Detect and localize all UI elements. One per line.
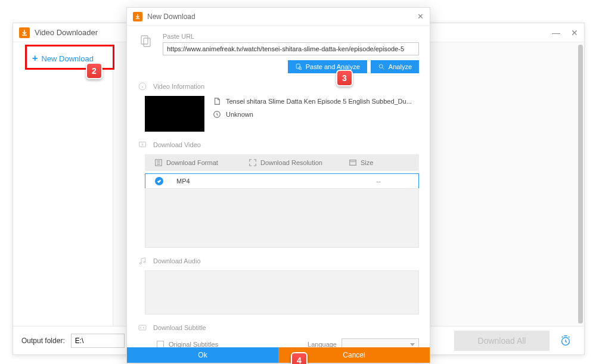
video-info-header: Video Information <box>138 82 419 91</box>
download-format-row[interactable]: MP4 -- <box>145 173 419 189</box>
magnify-icon <box>378 63 385 70</box>
download-video-header: Download Video <box>138 140 419 150</box>
original-subtitles-checkbox[interactable] <box>157 341 164 347</box>
plus-icon: + <box>32 53 38 64</box>
svg-point-5 <box>379 64 383 68</box>
video-duration-line: Unknown <box>213 110 419 119</box>
dialog-footer: Ok Cancel <box>127 347 430 363</box>
new-download-label: New Download <box>41 54 93 63</box>
info-icon <box>138 82 147 91</box>
video-title: Tensei shitara Slime Datta Ken Episode 5… <box>226 98 412 105</box>
size-icon <box>349 158 357 167</box>
annotation-badge-2: 2 <box>86 63 103 79</box>
check-icon <box>155 177 163 185</box>
ok-button[interactable]: Ok <box>127 347 278 363</box>
video-duration: Unknown <box>226 111 253 118</box>
size-value: -- <box>348 178 409 185</box>
music-note-icon <box>138 256 147 266</box>
original-subtitles-label: Original Subtitles <box>169 341 218 347</box>
resolution-icon <box>249 158 257 167</box>
document-icon <box>213 97 221 105</box>
language-label: Language <box>308 341 337 347</box>
download-audio-header: Download Audio <box>138 256 419 266</box>
url-input[interactable] <box>163 42 419 55</box>
paste-url-section: Paste URL Paste and Analyze Analyze <box>138 33 419 73</box>
dialog-body: Paste URL Paste and Analyze Analyze Vide… <box>127 26 430 347</box>
download-all-button[interactable]: Download All <box>454 331 550 351</box>
dialog-title: New Download <box>147 13 417 21</box>
format-value: MP4 <box>176 178 253 185</box>
svg-rect-12 <box>139 325 146 330</box>
scrollbar[interactable] <box>578 45 583 323</box>
paste-icon <box>295 63 302 70</box>
download-table-header: Download Format Download Resolution Size <box>145 154 419 171</box>
download-video-icon <box>138 140 147 150</box>
annotation-badge-3: 3 <box>336 70 353 86</box>
clock-icon <box>213 110 221 119</box>
minimize-icon[interactable]: — <box>552 28 560 38</box>
download-audio-list <box>145 270 419 315</box>
video-info-row: Tensei shitara Slime Datta Ken Episode 5… <box>145 96 419 132</box>
new-download-dialog: New Download ✕ Paste URL Paste and Analy… <box>126 7 430 363</box>
app-icon <box>19 27 30 38</box>
scrollbar-thumb[interactable] <box>578 45 583 323</box>
dialog-app-icon <box>133 12 142 21</box>
paste-url-icon <box>138 33 154 49</box>
svg-rect-3 <box>296 64 300 69</box>
download-video-list <box>145 188 419 248</box>
video-thumbnail <box>145 96 204 132</box>
dialog-close-icon[interactable]: ✕ <box>417 12 424 21</box>
scheduler-button[interactable] <box>555 331 576 351</box>
dialog-titlebar: New Download ✕ <box>127 8 430 26</box>
format-icon <box>154 158 163 167</box>
svg-rect-2 <box>144 38 150 46</box>
analyze-button[interactable]: Analyze <box>371 60 419 73</box>
paste-and-analyze-button[interactable]: Paste and Analyze <box>288 60 367 73</box>
paste-url-label: Paste URL <box>163 33 419 40</box>
video-title-line: Tensei shitara Slime Datta Ken Episode 5… <box>213 97 419 105</box>
output-folder-input[interactable] <box>71 334 125 348</box>
close-icon[interactable]: ✕ <box>571 28 578 38</box>
cc-icon <box>138 323 147 332</box>
svg-point-11 <box>144 262 145 263</box>
annotation-badge-4: 4 <box>291 352 308 364</box>
sidebar: + New Download 2 <box>13 42 113 326</box>
download-subtitle-header: Download Subtitle <box>138 323 419 332</box>
subtitle-row: Original Subtitles Language <box>138 338 419 347</box>
language-select[interactable] <box>342 338 419 347</box>
output-folder-label: Output folder: <box>21 337 65 345</box>
svg-rect-1 <box>141 36 148 44</box>
svg-point-10 <box>139 263 141 265</box>
